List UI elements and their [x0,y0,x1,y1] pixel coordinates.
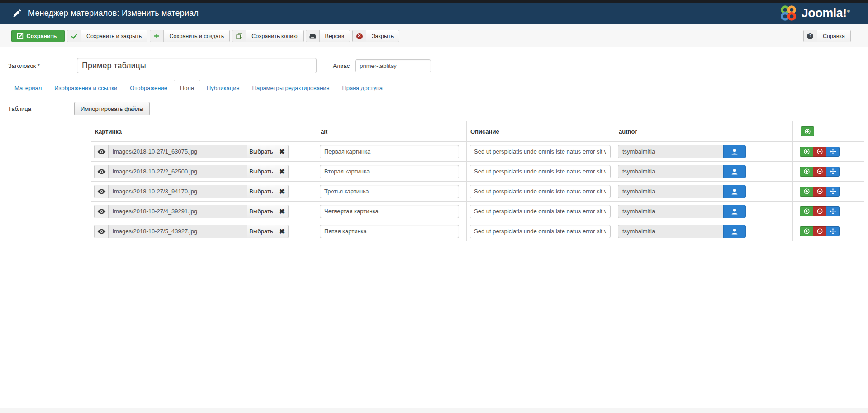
clear-image-button[interactable]: ✖ [275,185,289,198]
move-row-handle[interactable] [826,167,840,177]
tab-1[interactable]: Материал [8,80,48,96]
image-cell: Выбрать ✖ [91,162,317,182]
save-copy-button[interactable]: Сохранить копию [232,30,303,42]
table-row: Выбрать ✖ [91,221,864,241]
user-icon [731,168,738,175]
clear-image-button[interactable]: ✖ [275,225,289,238]
title-row: Заголовок * Алиас [8,58,864,73]
choose-image-button[interactable]: Выбрать [247,185,275,198]
save-new-button[interactable]: Сохранить и создать [150,30,230,42]
versions-icon [306,30,320,42]
description-input[interactable] [470,145,611,158]
image-path-input[interactable] [108,205,247,218]
choose-image-button[interactable]: Выбрать [247,205,275,218]
select-user-button[interactable] [723,205,746,218]
author-input[interactable] [618,165,724,178]
alt-input[interactable] [320,185,459,198]
alt-input[interactable] [320,225,459,238]
add-row-button[interactable] [800,226,813,236]
alias-input[interactable] [355,59,431,72]
select-user-button[interactable] [723,165,746,178]
tab-6[interactable]: Параметры редактирования [246,80,336,96]
description-input[interactable] [470,225,611,238]
author-cell [615,142,793,162]
alt-input[interactable] [320,205,459,218]
remove-row-button[interactable] [813,167,826,177]
tab-7[interactable]: Права доступа [336,80,389,96]
remove-row-button[interactable] [813,187,826,197]
clear-image-button[interactable]: ✖ [275,145,289,158]
row-actions-cell [793,162,864,182]
description-cell [467,202,615,221]
column-header: alt [317,121,467,142]
move-row-handle[interactable] [826,226,840,236]
save-button[interactable]: Сохранить [11,30,65,42]
remove-row-button[interactable] [813,226,826,236]
tab-3[interactable]: Отображение [123,80,174,96]
add-row-button[interactable] [800,187,813,197]
title-input[interactable] [77,58,317,73]
preview-eye-button[interactable] [94,205,109,218]
eye-icon [97,189,106,194]
description-cell [467,221,615,241]
select-user-button[interactable] [723,225,746,238]
preview-eye-button[interactable] [94,225,109,238]
help-button[interactable]: ? Справка [803,30,851,42]
table-row: Выбрать ✖ [91,182,864,202]
add-row-button[interactable] [800,167,813,177]
move-row-handle[interactable] [826,147,840,157]
image-path-input[interactable] [108,145,247,158]
clear-image-button[interactable]: ✖ [275,165,289,178]
row-actions-cell [793,142,864,162]
select-user-button[interactable] [723,185,746,198]
author-input[interactable] [618,225,724,238]
choose-image-button[interactable]: Выбрать [247,165,275,178]
alt-input[interactable] [320,145,459,158]
tab-2[interactable]: Изображения и ссылки [48,80,123,96]
page: Менеджер материалов: Изменить материал J… [0,0,868,413]
add-row-button[interactable] [800,147,813,157]
move-row-handle[interactable] [826,187,840,197]
subform-table: КартинкаaltОписаниеauthor Выбрать ✖ [91,121,864,241]
eye-icon [97,169,106,174]
author-input[interactable] [618,145,724,158]
preview-eye-button[interactable] [94,185,109,198]
close-button[interactable]: ✕ Закрыть [352,30,399,42]
table-row: Выбрать ✖ [91,142,864,162]
tab-4[interactable]: Поля [174,80,200,96]
author-input[interactable] [618,205,724,218]
description-cell [467,142,615,162]
save-close-button[interactable]: Сохранить и закрыть [67,30,147,42]
description-input[interactable] [470,165,611,178]
choose-image-button[interactable]: Выбрать [247,225,275,238]
versions-button[interactable]: Версии [306,30,350,42]
column-header: Описание [467,121,615,142]
image-path-input[interactable] [108,225,247,238]
joomla-logo: Joomla!® [779,4,850,22]
preview-eye-button[interactable] [94,165,109,178]
tab-5[interactable]: Публикация [200,80,246,96]
add-row-button[interactable] [800,206,813,216]
preview-eye-button[interactable] [94,145,109,158]
user-icon [731,149,738,155]
import-files-button[interactable]: Импортировать файлы [74,102,150,115]
clear-image-button[interactable]: ✖ [275,205,289,218]
description-input[interactable] [470,185,611,198]
move-row-handle[interactable] [826,206,840,216]
image-path-input[interactable] [108,185,247,198]
row-actions-cell [793,221,864,241]
remove-row-button[interactable] [813,147,826,157]
author-input[interactable] [618,185,724,198]
select-user-button[interactable] [723,145,746,158]
description-input[interactable] [470,205,611,218]
author-cell [615,162,793,182]
choose-image-button[interactable]: Выбрать [247,145,275,158]
eye-icon [97,149,106,154]
table-row: Выбрать ✖ [91,162,864,182]
author-cell [615,202,793,221]
image-path-input[interactable] [108,165,247,178]
add-row-button[interactable] [801,126,814,136]
alt-input[interactable] [320,165,459,178]
table-row: Выбрать ✖ [91,202,864,221]
remove-row-button[interactable] [813,206,826,216]
